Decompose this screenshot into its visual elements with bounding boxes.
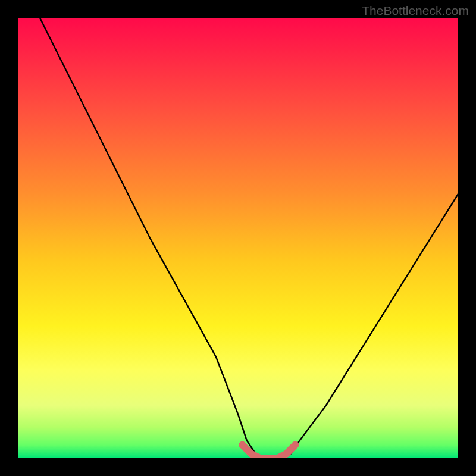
highlight-start-dot — [239, 441, 246, 449]
plot-background — [18, 18, 458, 458]
bottleneck-chart — [0, 0, 476, 476]
highlight-end-dot — [292, 441, 299, 449]
chart-container: TheBottleneck.com — [0, 0, 476, 476]
watermark-text: TheBottleneck.com — [362, 4, 469, 18]
